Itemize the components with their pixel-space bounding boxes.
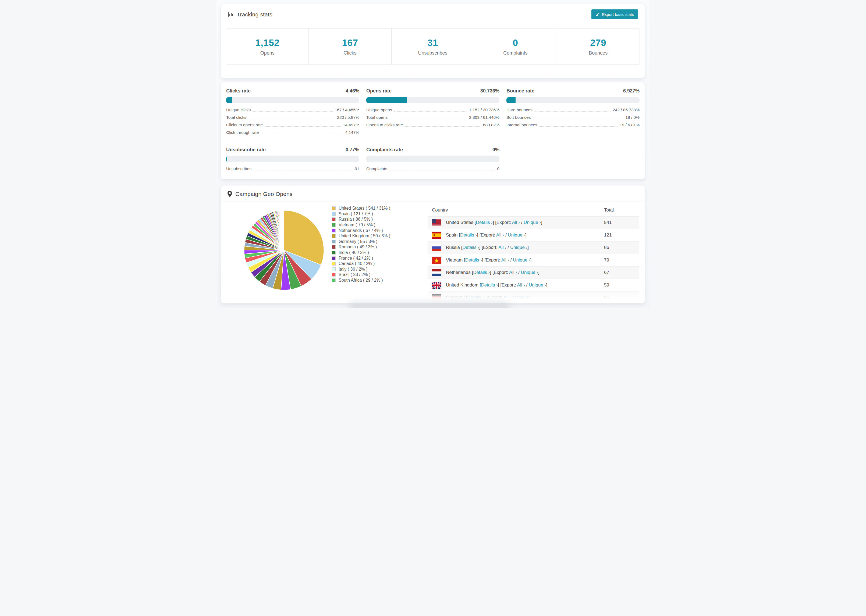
legend-swatch xyxy=(332,256,335,260)
legend-label: Canada ( 40 / 2% ) xyxy=(339,261,375,266)
legend-label: Vietnam ( 79 / 5% ) xyxy=(339,223,375,227)
geo-row-united-kingdom: United Kingdom [Details ›] [Export: All … xyxy=(428,279,639,292)
legend-item-india[interactable]: India ( 46 / 3% ) xyxy=(332,250,427,256)
rate-row-label: Click through rate xyxy=(226,130,259,135)
export-unique-link-russia[interactable]: Unique › xyxy=(510,245,527,250)
flag-icon-vn xyxy=(432,257,441,264)
dotted-leader xyxy=(390,119,467,119)
pie-svg xyxy=(242,208,326,292)
export-unique-link-netherlands[interactable]: Unique › xyxy=(521,270,538,275)
legend-swatch xyxy=(332,251,335,255)
export-basic-stats-button[interactable]: Export basic stats xyxy=(591,9,638,19)
flag-icon-ru xyxy=(432,244,441,251)
export-all-link-united-kingdom[interactable]: All › xyxy=(517,283,525,288)
export-unique-link-spain[interactable]: Unique › xyxy=(508,233,525,237)
geo-title: Campaign Geo Opens xyxy=(235,191,293,197)
export-unique-link-united-kingdom[interactable]: Unique › xyxy=(529,283,546,288)
bar-chart-icon xyxy=(228,11,233,17)
details-link-spain[interactable]: Details › xyxy=(460,233,477,237)
legend-swatch xyxy=(332,262,335,266)
details-link-vietnam[interactable]: Details › xyxy=(465,258,482,262)
rate-title: Unsubscribe rate xyxy=(226,147,266,152)
opens-rate-block: Opens rate30.736%Unique opens1,152 / 30.… xyxy=(366,88,499,138)
legend-item-spain[interactable]: Spain ( 121 / 7% ) xyxy=(332,211,427,217)
geo-legend: United States ( 541 / 31% )Spain ( 121 /… xyxy=(332,204,427,303)
legend-label: India ( 46 / 3% ) xyxy=(339,250,369,255)
rate-row-value: 689.82% xyxy=(483,123,499,127)
legend-item-netherlands[interactable]: Netherlands ( 67 / 4% ) xyxy=(332,228,427,233)
geo-total-cell: 55 xyxy=(604,295,635,300)
legend-swatch xyxy=(332,217,335,221)
legend-item-united-kingdom[interactable]: United Kingdom ( 59 / 3% ) xyxy=(332,233,427,239)
details-link-united-kingdom[interactable]: Details › xyxy=(481,283,498,288)
rate-row-value: 2,303 / 61.446% xyxy=(469,115,499,120)
legend-item-germany[interactable]: Germany ( 55 / 3% ) xyxy=(332,239,427,245)
legend-label: Russia ( 86 / 5% ) xyxy=(339,217,373,222)
details-link-russia[interactable]: Details › xyxy=(462,245,479,250)
export-all-link-vietnam[interactable]: All › xyxy=(501,258,509,262)
details-link-germany[interactable]: Details › xyxy=(467,295,484,300)
clicks-rate-head: Clicks rate4.46% xyxy=(226,88,359,94)
rate-row-label: Total clicks xyxy=(226,115,246,120)
export-all-link-netherlands[interactable]: All › xyxy=(509,270,517,275)
rate-value: 0% xyxy=(493,147,499,152)
stat-label: Complaints xyxy=(503,50,527,56)
rate-title: Opens rate xyxy=(366,88,392,94)
legend-item-vietnam[interactable]: Vietnam ( 79 / 5% ) xyxy=(332,222,427,228)
legend-label: United States ( 541 / 31% ) xyxy=(339,206,390,211)
rate-row-value: 19 / 6.81% xyxy=(620,123,639,127)
geo-header: Campaign Geo Opens xyxy=(221,185,645,197)
details-link-united-states[interactable]: Details › xyxy=(476,220,493,225)
legend-item-romania[interactable]: Romania ( 49 / 3% ) xyxy=(332,244,427,250)
dotted-leader xyxy=(405,126,481,127)
flag-icon-nl xyxy=(432,269,441,276)
clicks-rate-block: Clicks rate4.46%Unique clicks167 / 4.456… xyxy=(226,88,359,138)
export-unique-link-vietnam[interactable]: Unique › xyxy=(513,258,530,262)
legend-label: United Kingdom ( 59 / 3% ) xyxy=(339,234,390,238)
geo-pie-chart xyxy=(227,204,332,303)
legend-swatch xyxy=(332,223,335,227)
legend-label: Spain ( 121 / 7% ) xyxy=(339,212,373,216)
legend-swatch xyxy=(332,240,335,244)
rate-row-label: Clicks to opens rate xyxy=(226,123,263,127)
export-all-link-spain[interactable]: All › xyxy=(496,233,504,237)
export-all-link-united-states[interactable]: All › xyxy=(512,220,520,225)
legend-item-italy[interactable]: Italy ( 36 / 2% ) xyxy=(332,267,427,272)
campaign-geo-opens-card: Campaign Geo Opens United States ( 541 /… xyxy=(221,185,645,303)
geo-total-cell: 541 xyxy=(604,220,635,225)
geo-row-spain: Spain [Details ›] [Export: All › / Uniqu… xyxy=(428,229,639,242)
unsubscribe-rate-head: Unsubscribe rate0.77% xyxy=(226,147,359,152)
legend-item-united-states[interactable]: United States ( 541 / 31% ) xyxy=(332,206,427,211)
rate-row-value: 14.497% xyxy=(343,123,359,127)
legend-item-canada[interactable]: Canada ( 40 / 2% ) xyxy=(332,261,427,267)
rate-row: Hard bounces242 / 86.738% xyxy=(506,108,639,112)
rate-row: Complaints0 xyxy=(366,167,499,171)
rate-row-label: Internal bounces xyxy=(506,123,537,127)
legend-item-russia[interactable]: Russia ( 86 / 5% ) xyxy=(332,217,427,222)
geo-country-cell: United States [Details ›] [Export: All ›… xyxy=(446,220,604,225)
details-link-netherlands[interactable]: Details › xyxy=(473,270,490,275)
export-unique-link-united-states[interactable]: Unique › xyxy=(524,220,541,225)
stat-summary-boxes: 1,152Opens167Clicks31Unsubscribes0Compla… xyxy=(226,28,640,65)
export-all-link-germany[interactable]: All › xyxy=(504,295,511,300)
stat-value: 167 xyxy=(342,37,358,48)
dotted-leader xyxy=(261,134,343,134)
header-divider xyxy=(221,24,645,24)
rate-row-label: Unique clicks xyxy=(226,107,251,112)
bounce-rate-head: Bounce rate6.927% xyxy=(506,88,639,94)
rate-row: Click through rate4.147% xyxy=(226,130,359,135)
legend-item-south-africa[interactable]: South Africa ( 29 / 2% ) xyxy=(332,278,427,283)
rate-row-value: 4.147% xyxy=(345,130,359,135)
legend-item-france[interactable]: France ( 42 / 2% ) xyxy=(332,255,427,261)
unsubscribe-rate-block: Unsubscribe rate0.77%Unsubscribes31 xyxy=(226,147,359,174)
opens-rate-progress-fill xyxy=(366,97,407,103)
legend-item-brazil[interactable]: Brazil ( 33 / 2% ) xyxy=(332,272,427,278)
export-unique-link-germany[interactable]: Unique › xyxy=(515,295,532,300)
rate-value: 30.736% xyxy=(480,88,499,94)
rates-grid: Clicks rate4.46%Unique clicks167 / 4.456… xyxy=(221,82,645,181)
tracking-stats-card: Tracking stats Export basic stats 1,152O… xyxy=(221,4,645,78)
complaints-rate-head: Complaints rate0% xyxy=(366,147,499,152)
rate-row: Unsubscribes31 xyxy=(226,167,359,171)
export-all-link-russia[interactable]: All › xyxy=(499,245,506,250)
flag-icon-de xyxy=(432,294,441,301)
